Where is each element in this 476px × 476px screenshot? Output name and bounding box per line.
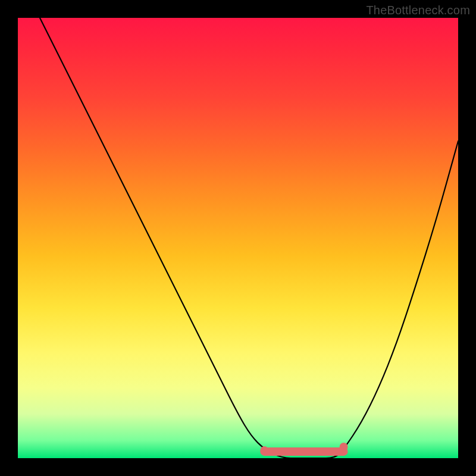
flat-zone-dot-left: [260, 446, 268, 455]
plot-area: [18, 18, 458, 458]
chart-frame: TheBottleneck.com: [0, 0, 476, 476]
watermark-text: TheBottleneck.com: [366, 4, 470, 17]
bottleneck-curve: [40, 18, 458, 458]
flat-zone-dot-right: [340, 443, 348, 451]
curve-layer: [18, 18, 458, 458]
